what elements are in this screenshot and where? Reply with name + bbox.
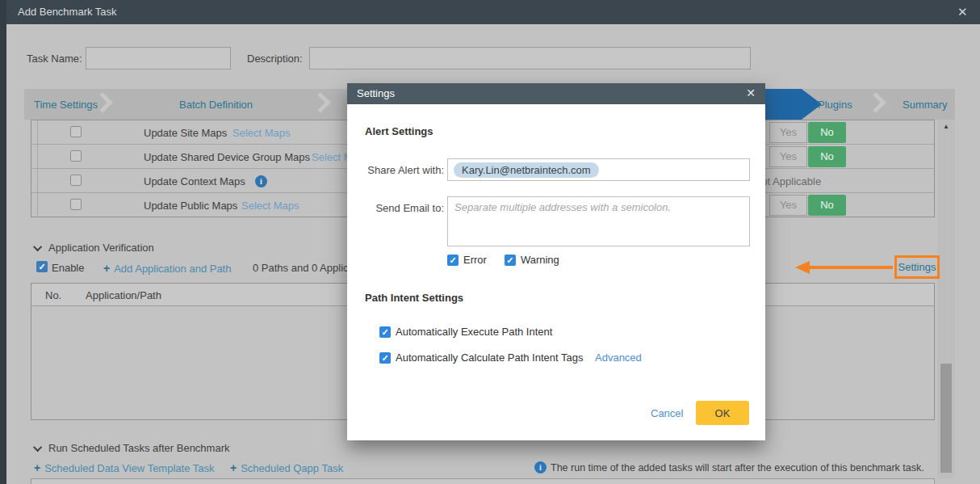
no-toggle[interactable]: No [808, 122, 846, 143]
modal-titlebar: Settings ✕ [347, 83, 765, 104]
settings-modal: Settings ✕ Alert Settings Share Alert wi… [347, 83, 765, 440]
background-app-edge [0, 0, 6, 484]
ok-button[interactable]: OK [696, 401, 749, 425]
plus-icon: + [230, 461, 237, 474]
application-verification-header[interactable]: Application Verification [36, 242, 154, 254]
column-application-path: Application/Path [86, 289, 161, 301]
chevron-down-icon [33, 443, 42, 452]
auto-execute-label: Automatically Execute Path Intent [396, 326, 552, 338]
update-context-maps-checkbox[interactable] [70, 175, 82, 186]
row-label: Update Site Maps [144, 127, 227, 139]
alert-level-checkboxes: ✓ Error ✓ Warning [447, 254, 559, 266]
path-intent-settings-header: Path Intent Settings [365, 292, 463, 304]
update-public-maps-checkbox[interactable] [70, 199, 82, 210]
description-label: Description: [247, 53, 303, 65]
tab-plugins[interactable]: Plugins [818, 99, 852, 111]
scheduled-data-view-template-task-link[interactable]: +Scheduled Data View Template Task [34, 461, 215, 474]
task-name-label: Task Name: [27, 53, 82, 65]
warning-checkbox[interactable]: ✓ [505, 255, 516, 266]
auto-calculate-row: ✓ Automatically Calculate Path Intent Ta… [379, 351, 583, 364]
row-label: Update Public Maps [144, 200, 237, 212]
send-email-input[interactable] [447, 196, 750, 246]
update-shared-device-group-maps-checkbox[interactable] [70, 150, 82, 162]
chevron-down-icon [33, 242, 42, 251]
settings-button[interactable]: Settings [894, 255, 940, 279]
screen: Add Benchmark Task ✕ Task Name: Descript… [0, 0, 980, 484]
modal-title: Settings [357, 87, 395, 99]
close-icon[interactable]: ✕ [746, 86, 756, 99]
dialog-titlebar: Add Benchmark Task ✕ [6, 0, 980, 24]
advanced-link[interactable]: Advanced [595, 351, 642, 364]
auto-calculate-checkbox[interactable]: ✓ [379, 352, 391, 364]
tab-time-settings[interactable]: Time Settings [34, 99, 98, 111]
info-icon: i [534, 461, 547, 473]
next-table-edge [31, 478, 935, 484]
error-checkbox[interactable]: ✓ [447, 255, 459, 266]
scroll-up-icon[interactable]: ▲ [937, 120, 955, 134]
no-toggle[interactable]: No [808, 195, 846, 216]
chevron-right-icon [310, 92, 330, 112]
alert-settings-header: Alert Settings [365, 125, 433, 137]
auto-execute-row: ✓ Automatically Execute Path Intent [379, 326, 552, 338]
column-no: No. [45, 289, 61, 301]
scheduled-qapp-task-link[interactable]: +Scheduled Qapp Task [230, 461, 343, 474]
recipient-chip[interactable]: Kary.Lin@netbraintech.com [454, 162, 599, 178]
info-icon: i [255, 175, 267, 187]
task-name-input[interactable] [86, 47, 231, 69]
plus-icon: + [34, 461, 40, 474]
row-label: Update Shared Device Group Maps [144, 151, 310, 163]
error-label: Error [463, 254, 487, 266]
add-application-path-link[interactable]: +Add Application and Path [103, 262, 231, 275]
auto-execute-checkbox[interactable]: ✓ [379, 326, 391, 338]
description-input[interactable] [309, 47, 751, 69]
auto-calculate-label: Automatically Calculate Path Intent Tags [396, 351, 583, 364]
yes-toggle[interactable]: Yes [769, 122, 807, 143]
cancel-button[interactable]: Cancel [651, 407, 683, 419]
share-alert-label: Share Alert with: [354, 164, 444, 176]
yes-toggle[interactable]: Yes [769, 195, 807, 216]
select-maps-link[interactable]: Select Maps [232, 127, 291, 139]
send-email-label: Send Email to: [354, 202, 444, 214]
plus-icon: + [103, 262, 110, 275]
yes-toggle[interactable]: Yes [769, 146, 807, 167]
scrollbar[interactable]: ▲ [937, 120, 955, 478]
scheduled-note-text: The run time of the added tasks will sta… [551, 462, 924, 473]
paths-count-text: 0 Paths and 0 Applica [253, 262, 354, 274]
enable-label: Enable [52, 262, 84, 274]
annotation-arrow-line [809, 266, 893, 269]
tab-summary[interactable]: Summary [903, 99, 948, 111]
warning-label: Warning [521, 254, 559, 266]
dialog-title: Add Benchmark Task [18, 6, 117, 18]
chevron-right-icon [865, 92, 886, 112]
enable-checkbox[interactable]: ✓ [36, 261, 48, 272]
scrollbar-thumb[interactable] [940, 364, 952, 473]
no-toggle[interactable]: No [808, 146, 846, 167]
tab-batch-definition[interactable]: Batch Definition [179, 99, 253, 111]
share-alert-input[interactable]: Kary.Lin@netbraintech.com [447, 158, 750, 181]
select-maps-link[interactable]: Select Maps [241, 200, 299, 212]
annotation-arrow-icon [795, 261, 810, 274]
close-icon[interactable]: ✕ [957, 5, 968, 19]
row-label: Update Context Maps [144, 175, 245, 187]
update-site-maps-checkbox[interactable] [70, 126, 82, 137]
run-scheduled-tasks-header[interactable]: Run Scheduled Tasks after Benchmark [36, 442, 230, 454]
